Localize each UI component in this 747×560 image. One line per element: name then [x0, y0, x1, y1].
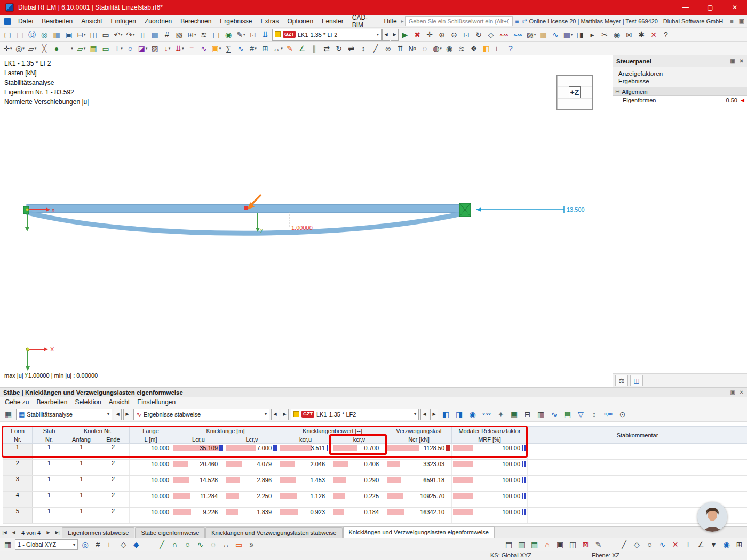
close-button[interactable]: ✕: [722, 0, 747, 15]
panel-layout-icon[interactable]: ◫: [630, 375, 643, 386]
table-menu-item[interactable]: Bearbeiten: [33, 398, 71, 406]
clipping-icon[interactable]: ✂: [599, 28, 611, 41]
decimal-comma-icon[interactable]: 0,00: [601, 408, 615, 420]
section-icon[interactable]: ▧: [173, 28, 186, 41]
coordinate-system-icon[interactable]: ∠: [296, 42, 308, 54]
material-icon[interactable]: ▨: [149, 42, 161, 54]
comment-icon[interactable]: ▭: [233, 539, 245, 551]
angle-icon[interactable]: ∠: [695, 539, 707, 551]
table-row[interactable]: 2 1 1 2 10.000 20.460 4.079 2.046 0.408 …: [3, 460, 747, 476]
object-snap-icon[interactable]: ◆: [130, 539, 142, 551]
header-knicklaenge[interactable]: Knicklänge [m]: [172, 427, 279, 435]
table-tab[interactable]: Knicklängen und Verzweigungslasten stabw…: [205, 527, 342, 538]
cell-form-nr[interactable]: 2: [3, 460, 33, 476]
surface-icon[interactable]: ▱▾: [75, 42, 88, 54]
float-table-icon[interactable]: ▣: [730, 389, 735, 395]
dimension-tool-icon[interactable]: ↔: [220, 539, 232, 551]
pin-icon[interactable]: ≡: [727, 18, 736, 25]
select-relevant-rows-icon[interactable]: ◧: [440, 408, 452, 420]
result-diagram-icon[interactable]: ∿: [550, 28, 562, 41]
snapshot-icon[interactable]: ▣: [554, 539, 566, 551]
help-pointer-icon[interactable]: ?: [505, 42, 517, 54]
load-case-icon[interactable]: ▣▾: [210, 42, 222, 54]
cancel-icon[interactable]: ✕: [648, 28, 660, 41]
last-page-icon[interactable]: ▶|: [53, 527, 62, 538]
delete-results-icon[interactable]: ✖: [411, 28, 424, 41]
menu-item[interactable]: Ansicht: [77, 18, 106, 25]
selection-person-icon[interactable]: ✦: [495, 408, 507, 420]
relevance-sort-icon[interactable]: ↕: [588, 408, 600, 420]
table-manager-icon[interactable]: ▦: [2, 408, 14, 420]
nodal-support-icon[interactable]: ⊥▾: [112, 42, 124, 54]
first-page-icon[interactable]: |◀: [0, 527, 9, 538]
chart-icon[interactable]: ∿: [548, 408, 560, 420]
header-mrf[interactable]: MRF [%]: [452, 435, 528, 444]
grid-icon[interactable]: ▦: [2, 539, 14, 551]
report-icon[interactable]: ▤: [210, 28, 222, 41]
previous-analysis-button[interactable]: ◀: [114, 409, 122, 420]
maximize-button[interactable]: ▢: [698, 0, 722, 15]
search-options-icon[interactable]: ≡: [515, 18, 519, 25]
lock-icon[interactable]: ⊠: [623, 28, 635, 41]
layers-icon[interactable]: ≋: [456, 42, 468, 54]
cross-section-icon[interactable]: ◪▾: [137, 42, 149, 54]
cell-form-nr[interactable]: 3: [3, 476, 33, 492]
imperfection-icon[interactable]: ∿: [198, 42, 210, 54]
full-extent-icon[interactable]: ⊞: [733, 539, 745, 551]
wave-icon[interactable]: ∿: [656, 539, 669, 551]
header-kcru[interactable]: kcr,u: [279, 435, 332, 444]
surface-load-icon[interactable]: ≡: [186, 42, 198, 54]
menu-item[interactable]: Datei: [14, 18, 37, 25]
table-row[interactable]: 1 1 1 2 10.000 35.109 7.000 3.511 0.700 …: [3, 444, 747, 460]
header-modaler[interactable]: Modaler Relevanzfaktor: [452, 427, 528, 435]
support-right[interactable]: [459, 203, 471, 217]
member-icon[interactable]: ─▾: [63, 42, 75, 54]
cell-form-nr[interactable]: 5: [3, 508, 33, 524]
snap-settings-icon[interactable]: ◎▾: [14, 42, 26, 54]
paintbrush-icon[interactable]: ◧: [480, 42, 492, 54]
header-knoten[interactable]: Knoten Nr.: [66, 427, 130, 435]
extrude-icon[interactable]: ⇈: [394, 42, 407, 54]
trim-icon[interactable]: ╳: [38, 42, 51, 54]
decimal-places-icon[interactable]: x.xx: [480, 408, 494, 420]
work-plane-icon[interactable]: ▱▾: [26, 42, 38, 54]
globe-icon[interactable]: ◉: [222, 28, 235, 41]
rotate-view-icon[interactable]: ↻: [473, 28, 485, 41]
undo-icon[interactable]: ↶▾: [112, 28, 124, 41]
new-model-icon[interactable]: ▢: [2, 28, 14, 41]
start-calculation-icon[interactable]: ▶: [399, 28, 411, 41]
measure-angle-icon[interactable]: ∟: [492, 42, 505, 54]
menu-item[interactable]: Ergebnisse: [216, 18, 256, 25]
results-view-combo[interactable]: ∿ Ergebnisse stabweise ▾: [133, 409, 269, 420]
header-anfang[interactable]: Anfang: [66, 435, 97, 444]
menu-item[interactable]: Optionen: [283, 18, 317, 25]
table-tab[interactable]: Eigenformen stabweise: [62, 527, 134, 538]
display-properties-icon[interactable]: ▥: [537, 28, 550, 41]
check-model-icon[interactable]: ≋: [198, 28, 210, 41]
print-table-icon[interactable]: ⊟: [521, 408, 534, 420]
table-tab[interactable]: Stäbe eigenformweise: [135, 527, 205, 538]
target-icon[interactable]: ◉: [720, 539, 733, 551]
header-stab-nr[interactable]: Nr.: [33, 435, 66, 444]
zoom-out-icon[interactable]: ⊖: [448, 28, 460, 41]
table-menu-item[interactable]: Ansicht: [105, 398, 133, 406]
menu-item[interactable]: Hilfe: [380, 18, 401, 25]
opening-icon[interactable]: ▭: [100, 42, 112, 54]
app-menu-icon[interactable]: [4, 18, 11, 25]
table-row[interactable]: 3 1 1 2 10.000 14.528 2.896 1.453 0.290 …: [3, 476, 747, 492]
header-lcru[interactable]: Lcr,u: [172, 435, 225, 444]
move-copy-icon[interactable]: ⇄: [321, 42, 333, 54]
previous-case-button[interactable]: ◀: [420, 409, 428, 420]
visibility-icon[interactable]: ◉: [611, 28, 623, 41]
import-table-icon[interactable]: ▤: [561, 408, 574, 420]
menu-item[interactable]: Fenster: [317, 18, 348, 25]
float-panel-icon[interactable]: ▣: [730, 58, 735, 64]
header-form[interactable]: Form: [3, 427, 33, 435]
stamp-icon[interactable]: ⊡: [247, 28, 259, 41]
next-case-button[interactable]: ▶: [430, 409, 438, 420]
node-icon[interactable]: ●: [51, 42, 63, 54]
next-results-button[interactable]: ▶: [281, 409, 289, 420]
model-viewport[interactable]: x y 1.00000: [0, 55, 613, 387]
render-mode-icon[interactable]: ▨▾: [525, 28, 537, 41]
menu-item[interactable]: Extras: [256, 18, 283, 25]
